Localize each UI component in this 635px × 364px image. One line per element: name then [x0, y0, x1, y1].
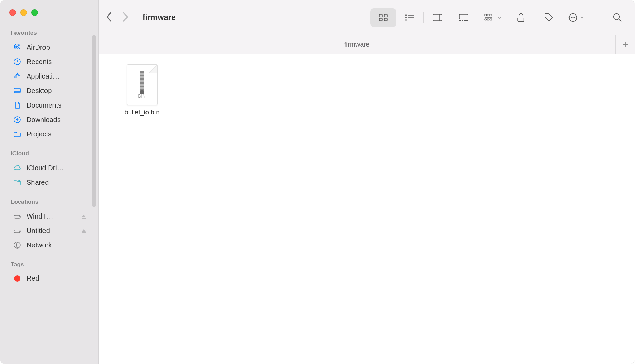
sidebar-item-drive-windt[interactable]: WindT…: [11, 209, 94, 223]
file-name: bullet_io.bin: [124, 109, 159, 116]
sidebar-item-label: Red: [27, 274, 75, 282]
sidebar-section-tags: Tags Red: [0, 261, 98, 285]
sidebar-item-documents[interactable]: Documents: [11, 98, 94, 112]
svg-point-16: [405, 19, 407, 21]
eject-icon[interactable]: [81, 228, 87, 233]
add-tab-button[interactable]: [615, 35, 635, 54]
close-window-button[interactable]: [9, 9, 16, 16]
tags-button[interactable]: [540, 9, 557, 26]
svg-point-31: [572, 17, 573, 18]
window-controls: [0, 9, 98, 16]
svg-rect-2: [14, 88, 20, 93]
sidebar-item-projects[interactable]: Projects: [11, 127, 94, 141]
minimize-window-button[interactable]: [20, 9, 27, 16]
svg-rect-21: [464, 20, 466, 21]
sidebar-item-recents[interactable]: Recents: [11, 54, 94, 69]
section-header: Favorites: [11, 30, 94, 37]
sidebar-item-applications[interactable]: Applicati…: [11, 69, 94, 83]
svg-rect-22: [466, 20, 468, 21]
group-by-button[interactable]: [484, 13, 502, 22]
cloud-icon: [13, 163, 22, 172]
sidebar-item-label: Recents: [27, 58, 75, 66]
svg-point-0: [16, 46, 18, 48]
clock-icon: [13, 57, 22, 66]
svg-point-8: [19, 231, 20, 232]
svg-rect-18: [459, 14, 468, 19]
chevron-down-icon: [579, 15, 584, 20]
sidebar-item-label: Shared: [27, 179, 75, 186]
download-icon: [13, 115, 22, 124]
fullscreen-window-button[interactable]: [31, 9, 38, 16]
section-header: Locations: [11, 199, 94, 205]
svg-point-30: [571, 17, 572, 18]
svg-point-6: [19, 216, 20, 217]
svg-rect-12: [379, 18, 382, 21]
svg-rect-20: [462, 20, 463, 21]
forward-button[interactable]: [122, 11, 129, 24]
file-type-label: BIN: [138, 94, 146, 99]
svg-rect-11: [384, 14, 387, 17]
sidebar-item-drive-untitled[interactable]: Untitled: [11, 223, 94, 238]
sidebar-item-icloud-drive[interactable]: iCloud Dri…: [11, 161, 94, 175]
doc-icon: [13, 101, 22, 110]
search-button[interactable]: [609, 9, 626, 26]
svg-rect-27: [487, 19, 489, 20]
sidebar-item-label: Applicati…: [27, 72, 75, 80]
file-item[interactable]: BIN bullet_io.bin: [111, 64, 173, 116]
icon-view-button[interactable]: [370, 8, 396, 27]
section-header: Tags: [11, 261, 94, 268]
sidebar-item-airdrop[interactable]: AirDrop: [11, 40, 94, 54]
sidebar-item-label: Projects: [27, 130, 75, 138]
nav-arrows: [105, 11, 129, 24]
column-view-button[interactable]: [424, 8, 451, 27]
svg-point-4: [18, 180, 20, 182]
svg-rect-28: [490, 19, 492, 20]
sidebar-item-label: WindT…: [27, 212, 75, 220]
sidebar-scrollbar[interactable]: [92, 35, 96, 207]
svg-rect-17: [433, 14, 442, 21]
sidebar: Favorites AirDrop Recents Applicati…: [0, 0, 99, 364]
chevron-down-icon: [497, 15, 502, 20]
svg-rect-13: [384, 18, 387, 21]
main-area: firmware: [99, 0, 635, 364]
globe-icon: [13, 241, 22, 250]
action-menu-button[interactable]: [568, 12, 584, 23]
sidebar-item-label: Network: [27, 241, 75, 249]
list-view-button[interactable]: [396, 8, 423, 27]
airdrop-icon: [13, 43, 22, 52]
svg-point-14: [405, 14, 407, 16]
share-button[interactable]: [513, 9, 529, 26]
divider: [423, 12, 424, 23]
drive-icon: [13, 212, 22, 221]
folder-icon: [13, 130, 22, 139]
svg-rect-10: [379, 14, 382, 17]
tab-bar: firmware: [99, 35, 635, 54]
apps-icon: [13, 72, 22, 81]
sidebar-section-icloud: iCloud iCloud Dri… Shared: [0, 150, 98, 190]
content-area[interactable]: BIN bullet_io.bin: [99, 54, 635, 364]
back-button[interactable]: [105, 11, 112, 24]
tag-red-icon: [14, 275, 20, 282]
sidebar-item-network[interactable]: Network: [11, 238, 94, 252]
svg-point-33: [614, 13, 620, 20]
sidebar-item-desktop[interactable]: Desktop: [11, 83, 94, 98]
sidebar-item-label: iCloud Dri…: [27, 164, 75, 172]
sidebar-item-shared[interactable]: Shared: [11, 175, 94, 190]
sidebar-item-downloads[interactable]: Downloads: [11, 112, 94, 127]
drive-icon: [13, 226, 22, 235]
desktop-icon: [13, 86, 22, 95]
sidebar-section-favorites: Favorites AirDrop Recents Applicati…: [0, 30, 98, 141]
window-title: firmware: [143, 13, 176, 22]
eject-icon[interactable]: [81, 213, 87, 219]
tab-firmware[interactable]: firmware: [99, 41, 615, 48]
svg-rect-25: [490, 14, 492, 16]
shared-folder-icon: [13, 178, 22, 187]
sidebar-item-label: Desktop: [27, 87, 75, 95]
toolbar: firmware: [99, 0, 635, 35]
sidebar-section-locations: Locations WindT… Untitled: [0, 199, 98, 252]
svg-rect-19: [459, 20, 461, 21]
gallery-view-button[interactable]: [451, 8, 477, 27]
svg-rect-26: [485, 19, 486, 20]
svg-rect-23: [485, 14, 486, 16]
sidebar-item-tag-red[interactable]: Red: [11, 272, 94, 285]
